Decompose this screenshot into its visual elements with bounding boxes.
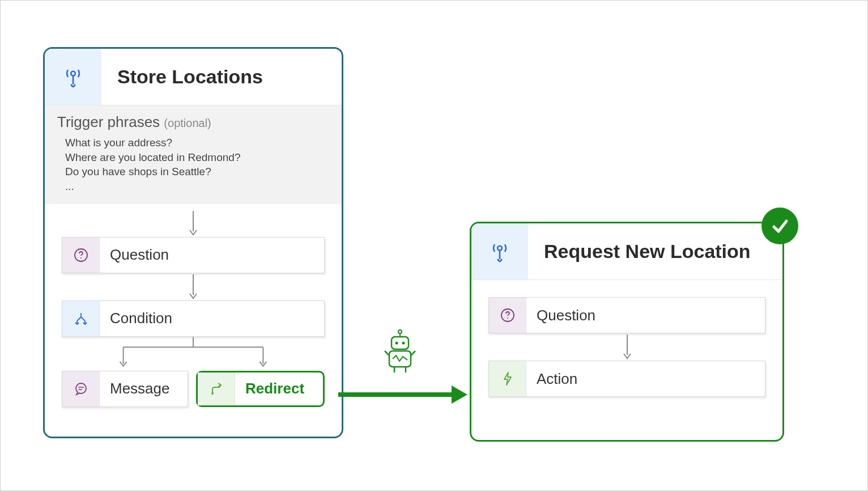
trigger-optional-text: (optional) [164,117,211,129]
message-icon [62,371,100,407]
flow-area-right: Question Action [471,280,782,408]
flow-arrow-down [62,273,325,300]
topic-header: Store Locations [45,49,342,105]
node-condition[interactable]: Condition [62,300,325,337]
trigger-heading: Trigger phrases (optional) [57,113,329,131]
node-label: Question [100,246,169,264]
branch-row: Message Redirect [62,371,325,407]
trigger-heading-text: Trigger phrases [57,113,160,130]
trigger-phrase: Do you have shops in Seattle? [65,164,329,179]
svg-point-28 [497,246,502,250]
flow-arrow-down [62,210,325,237]
topic-title: Store Locations [101,66,263,88]
svg-point-18 [398,330,402,333]
trigger-phrases-section: Trigger phrases (optional) What is your … [45,105,342,204]
node-label: Condition [100,310,172,327]
svg-point-13 [76,383,86,393]
flow-area-left: Question Condition [45,204,342,418]
svg-point-4 [80,257,82,259]
node-question[interactable]: Question [488,297,765,333]
node-question[interactable]: Question [62,237,325,273]
broadcast-icon [491,242,509,262]
node-message[interactable]: Message [62,371,188,407]
check-badge-icon [761,208,798,244]
topic-header: Request New Location [471,223,782,280]
svg-point-0 [71,71,75,75]
topic-card-request-new-location: Request New Location Question [470,222,784,442]
svg-rect-20 [392,337,409,349]
node-label: Action [526,370,577,388]
trigger-phrase: Where are you located in Redmond? [65,150,329,165]
svg-point-22 [402,342,405,345]
node-action[interactable]: Action [488,361,765,397]
question-icon [62,238,100,273]
redirect-icon [198,373,235,405]
node-label: Redirect [235,380,304,397]
svg-line-24 [385,351,389,355]
svg-line-25 [411,351,415,355]
bot-icon [380,328,420,374]
broadcast-icon [64,67,82,87]
topic-card-store-locations: Store Locations Trigger phrases (optiona… [43,47,343,438]
svg-point-21 [395,342,398,345]
topic-title: Request New Location [528,240,751,263]
trigger-phrase: ... [65,179,329,194]
redirect-arrow [338,383,470,406]
action-icon [489,361,526,396]
topic-icon [45,49,101,105]
condition-icon [62,301,100,336]
trigger-phrase: What is your address? [65,136,329,150]
svg-rect-23 [389,351,411,367]
svg-point-16 [211,392,214,395]
topic-icon [471,223,528,280]
branch-split [62,337,325,371]
question-icon [489,298,526,333]
svg-point-31 [507,318,508,319]
flow-arrow-down [488,333,765,361]
node-label: Question [526,307,595,324]
node-redirect[interactable]: Redirect [196,371,325,407]
node-label: Message [100,380,170,397]
trigger-phrase-list: What is your address? Where are you loca… [57,136,329,194]
